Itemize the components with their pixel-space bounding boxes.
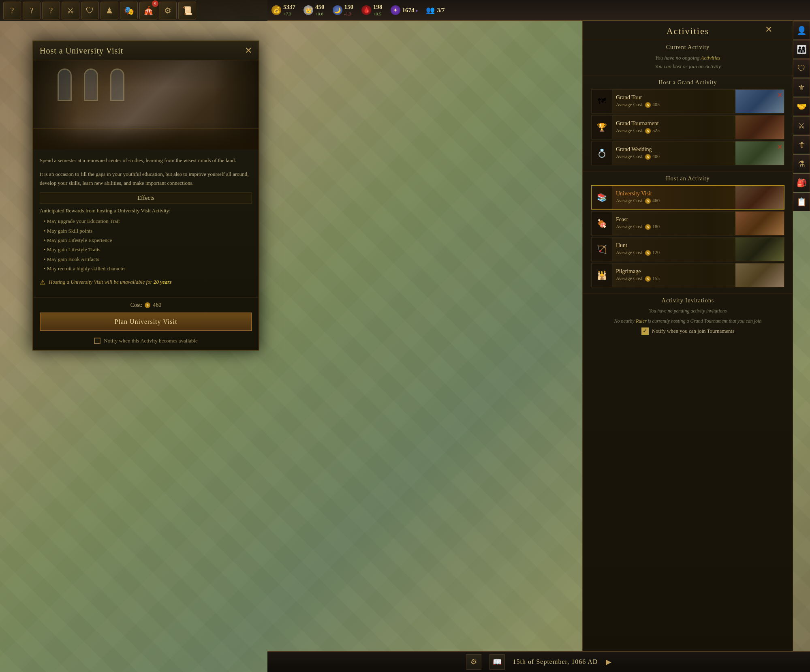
gold-coin-icon: $	[645, 102, 651, 108]
stress-value: 198	[373, 4, 383, 10]
tech-icon[interactable]: ⚗	[793, 154, 810, 173]
book-bottom-icon[interactable]: 📖	[489, 654, 505, 670]
char-icon-2[interactable]: ?	[23, 2, 41, 19]
bottom-bar: ⚙ 📖 15th of September, 1066 AD ▶	[267, 651, 810, 672]
inventory-icon[interactable]: 🎒	[793, 173, 810, 192]
feast-icon: 🍖	[592, 212, 612, 235]
university-visit-info: University Visit Average Cost: $ 460	[612, 188, 735, 206]
hunt-name: Hunt	[616, 242, 731, 249]
date-display: 15th of September, 1066 AD	[513, 658, 598, 666]
piety-delta: -1.3	[344, 11, 351, 16]
gold-value: 5337	[283, 4, 295, 10]
arch-window-1	[58, 68, 72, 101]
grand-wedding-lock: ✕	[777, 143, 782, 151]
feast-cost: Average Cost: $ 180	[616, 224, 731, 230]
university-visit-row[interactable]: 📚 University Visit Average Cost: $ 460	[591, 185, 784, 210]
military-icon[interactable]: ⚔	[793, 116, 810, 135]
skill-icon-1[interactable]: ⚔	[62, 2, 79, 19]
stress-icon: 🩸	[361, 5, 371, 15]
decisions-icon[interactable]: 📋	[793, 193, 810, 211]
renown-value: 1674	[402, 7, 415, 13]
grand-activities-section: Host a Grand Activity 🗺 Grand Tour Avera…	[583, 75, 793, 171]
pilgrimage-icon: 🕌	[592, 263, 612, 287]
modal-description-1: Spend a semester at a renowned center of…	[40, 156, 252, 165]
notify-tournament-label: Notify when you can join Tournaments	[652, 328, 735, 334]
notify-tournament-checkbox[interactable]: ✓	[641, 327, 649, 335]
feast-row[interactable]: 🍖 Feast Average Cost: $ 180	[591, 211, 784, 235]
prestige-value: 450	[315, 4, 325, 10]
grand-wedding-cost: Average Cost: $ 400	[616, 154, 731, 160]
feast-name: Feast	[616, 216, 731, 223]
prestige-icon: 👑	[303, 5, 313, 15]
grand-wedding-row[interactable]: 💍 Grand Wedding Average Cost: $ 400 ✕	[591, 141, 784, 165]
modal-body: Spend a semester at a renowned center of…	[33, 150, 259, 293]
effect-6: • May recruit a highly skilled character	[40, 264, 252, 273]
char-icon-3[interactable]: ?	[42, 2, 60, 19]
warning-icon: ⚠	[40, 278, 45, 286]
activities-section-title: Host an Activity	[591, 175, 784, 182]
hunt-info: Hunt Average Cost: $ 120	[612, 240, 735, 258]
invitations-title: Activity Invitations	[591, 297, 784, 304]
grand-wedding-icon: 💍	[592, 141, 612, 165]
skill-icon-3[interactable]: ♟	[100, 2, 118, 19]
effect-5: • May gain Book Artifacts	[40, 255, 252, 264]
resource-bar: 💰 5337 +7.3 👑 450 +0.6 🌙 150 -1.3 🩸 198 …	[267, 0, 810, 21]
grand-tournament-row[interactable]: 🏆 Grand Tournament Average Cost: $ 525	[591, 115, 784, 139]
notify-activity-checkbox[interactable]	[94, 338, 100, 344]
gold-resource: 💰 5337 +7.3	[271, 4, 295, 17]
grand-tour-info: Grand Tour Average Cost: $ 405	[612, 92, 735, 110]
activities-panel-close[interactable]: ✕	[765, 24, 772, 35]
diplomacy-icon[interactable]: 🤝	[793, 97, 810, 116]
no-invitations-text: You have no pending activity invitations	[591, 307, 784, 315]
grand-tour-row[interactable]: 🗺 Grand Tour Average Cost: $ 405 ✕	[591, 89, 784, 113]
grand-tournament-cost: Average Cost: $ 525	[616, 128, 731, 134]
university-visit-icon: 📚	[592, 186, 612, 209]
plan-university-visit-button[interactable]: Plan University Visit	[40, 312, 252, 331]
activities-panel-title: Activities	[583, 21, 793, 40]
effects-header: Effects	[40, 193, 252, 203]
university-visit-name: University Visit	[616, 190, 731, 197]
renown-resource: ✦ 1674 ♦	[391, 5, 418, 15]
family-icon[interactable]: 👨‍👩‍👧	[793, 40, 810, 59]
intrigue-icon[interactable]: 🗡	[793, 135, 810, 154]
no-activity-text: You have no ongoing Activities You can h…	[591, 54, 784, 71]
grand-tournament-thumb	[735, 116, 784, 139]
alert-icon[interactable]: 🎪 9	[139, 2, 157, 19]
notify-activity-row: Notify when this Activity becomes availa…	[33, 335, 259, 350]
gold-delta: +7.3	[283, 11, 291, 16]
grand-wedding-name: Grand Wedding	[616, 146, 731, 153]
pilgrimage-info: Pilgrimage Average Cost: $ 155	[612, 266, 735, 284]
effect-4: • May gain Lifestyle Traits	[40, 245, 252, 254]
slots-value: 3/7	[437, 7, 445, 14]
warning-line: ⚠ Hosting a University Visit will be una…	[40, 278, 252, 286]
skill-icon-2[interactable]: 🛡	[81, 2, 99, 19]
effect-1: • May upgrade your Education Trait	[40, 216, 252, 226]
current-activity-title: Current Activity	[591, 44, 784, 51]
hunt-row[interactable]: 🏹 Hunt Average Cost: $ 120	[591, 237, 784, 261]
journal-icon[interactable]: 📜	[178, 2, 196, 19]
gold-coin-icon-4: $	[645, 198, 651, 204]
advance-date-button[interactable]: ▶	[606, 657, 611, 666]
council-icon[interactable]: 🛡	[793, 59, 810, 78]
grand-tournament-info: Grand Tournament Average Cost: $ 525	[612, 118, 735, 136]
settings-icon[interactable]: ⚙	[159, 2, 177, 19]
realm-icon[interactable]: ⚜	[793, 78, 810, 97]
char-icon-1[interactable]: ?	[3, 2, 21, 19]
university-visit-modal: Host a University Visit ✕ Spend a semest…	[32, 41, 259, 351]
council-slots: 👥 3/7	[426, 6, 445, 15]
effects-title: Anticipated Rewards from hosting a Unive…	[40, 208, 252, 214]
pilgrimage-row[interactable]: 🕌 Pilgrimage Average Cost: $ 155	[591, 263, 784, 287]
pilgrimage-thumb	[735, 263, 784, 287]
modal-description-2: It is an occasion to fill the gaps in yo…	[40, 170, 252, 188]
cost-gold-icon: $	[145, 302, 150, 308]
skill-icon-4[interactable]: 🎭	[120, 2, 138, 19]
modal-close-button[interactable]: ✕	[245, 45, 252, 56]
right-icon-bar: 👤 👨‍👩‍👧 🛡 ⚜ 🤝 ⚔ 🗡 ⚗ 🎒 📋	[793, 21, 810, 211]
floor-line	[33, 128, 259, 129]
piety-icon: 🌙	[333, 5, 342, 15]
gold-coin-icon-7: $	[645, 276, 651, 282]
effect-3: • May gain Lifestyle Experience	[40, 235, 252, 245]
modal-cost: Cost: $ 460	[33, 297, 259, 308]
char-sheet-icon[interactable]: 👤	[793, 21, 810, 40]
settings-bottom-icon[interactable]: ⚙	[466, 654, 481, 670]
